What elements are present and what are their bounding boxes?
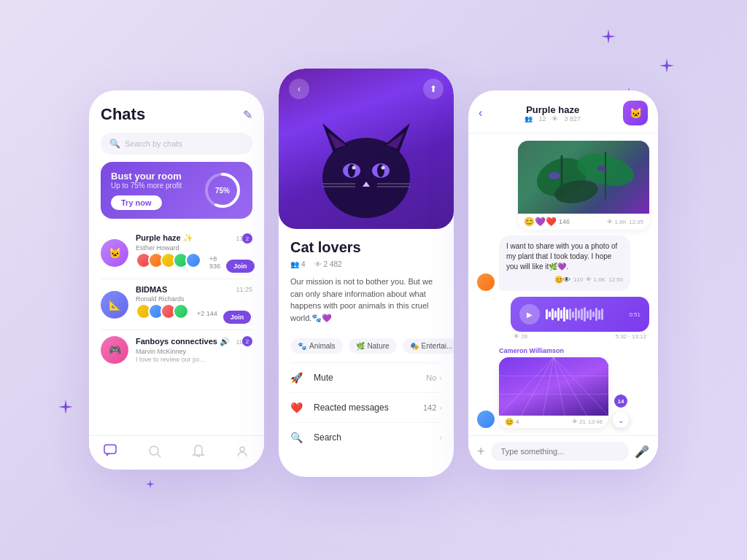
entertainment-icon: 🎭 [410, 342, 419, 350]
share-button[interactable]: ⬆ [423, 79, 444, 99]
members-stat: 👥 4 [290, 260, 306, 268]
nav-search-icon[interactable] [147, 443, 163, 459]
back-button[interactable]: ‹ [479, 106, 482, 120]
edit-icon[interactable]: ✎ [243, 108, 252, 122]
entertainment-label: Entertai... [422, 342, 453, 350]
chat-info-1: Purple haze ✨ 11:36 Esther Howard +8 936 [136, 233, 252, 273]
sender-avatar-1 [477, 273, 495, 291]
svg-rect-36 [499, 394, 608, 394]
svg-line-31 [543, 357, 554, 416]
phones-container: Chats ✎ 🔍 Search by chats Bust your room… [89, 83, 658, 477]
sparkle-decoration-3 [58, 400, 73, 414]
svg-line-30 [521, 357, 554, 416]
heart-icon: ❤️ [290, 402, 306, 413]
chat-time-2: 11:25 [236, 286, 252, 293]
search-menu-icon: 🔍 [290, 432, 306, 443]
phone-chats: Chats ✎ 🔍 Search by chats Bust your room… [89, 90, 264, 470]
search-arrow: › [439, 433, 442, 442]
unread-badge-3: 2 [242, 336, 252, 346]
tag-nature[interactable]: 🌿 Nature [349, 338, 397, 354]
views-1: 👁 1.6K [607, 219, 627, 225]
chat-info-3: Fanboys connectives 🔊 10:47 Marvin McKin… [136, 337, 252, 363]
mini-avatar [185, 252, 201, 268]
chat-item-fanboys[interactable]: 🎮 Fanboys connectives 🔊 10:47 Marvin McK… [101, 330, 252, 370]
mute-icon: 🚀 [290, 372, 306, 384]
wave-bar [601, 308, 603, 320]
chat-avatar-3: 🎮 [101, 336, 128, 364]
wave-bar [578, 310, 580, 319]
promo-subtitle: Up to 75% more profit [111, 182, 203, 190]
time-1: 12:35 [629, 219, 643, 225]
reacted-messages-menu-item[interactable]: ❤️ Reacted messages 142 › [290, 393, 442, 423]
nav-profile-icon[interactable] [234, 443, 250, 459]
mute-value: No [426, 373, 436, 382]
nav-chat-icon[interactable] [103, 443, 119, 459]
tag-entertainment[interactable]: 🎭 Entertai... [403, 338, 454, 354]
wave-bar [551, 308, 554, 320]
try-now-button[interactable]: Try now [111, 195, 162, 210]
svg-line-34 [554, 357, 608, 416]
svg-rect-2 [104, 445, 116, 454]
header-members: 12 [538, 115, 546, 122]
group-count-2: +2 144 [197, 310, 217, 317]
back-button[interactable]: ‹ [289, 79, 309, 99]
promo-text: Bust your room Up to 75% more profit Try… [111, 171, 203, 210]
join-button-2[interactable]: Join [223, 311, 252, 324]
chat-item-bidmas[interactable]: 📐 BIDMAS 11:25 Ronald Richards [101, 279, 252, 330]
join-button-1[interactable]: Join [226, 260, 255, 273]
wave-bar [587, 311, 589, 319]
subscribers-count: 2 482 [324, 260, 342, 268]
audio-duration: 0:51 [629, 311, 640, 318]
bottom-nav [89, 435, 264, 470]
text-message-1: I want to share with you a photo of my p… [499, 236, 630, 291]
wave-bar [546, 309, 548, 319]
text-msg-footer: 😊👁 110 👁 1.6K 12:50 [506, 275, 623, 285]
wave-bar [584, 307, 586, 322]
reacted-messages-label: Reacted messages [314, 402, 423, 413]
nav-bell-icon[interactable] [190, 443, 206, 459]
chat-sender-3: Marvin McKinney [136, 348, 252, 355]
channel-title: Cat lovers [290, 239, 442, 256]
channel-stats: 👥 4 👁 2 482 [290, 260, 442, 268]
svg-line-4 [158, 454, 161, 458]
chat-name-3: Fanboys connectives 🔊 [136, 337, 230, 346]
audio-waveform [546, 307, 623, 322]
add-attachment-icon[interactable]: + [477, 444, 485, 459]
text-message-container: I want to share with you a photo of my p… [477, 236, 649, 291]
chat-sender-1: Esther Howard [136, 244, 252, 252]
tag-animals[interactable]: 🐾 Animals [290, 338, 343, 354]
play-button[interactable]: ▶ [519, 304, 540, 324]
wave-bar [589, 309, 592, 320]
chat-item-purple-haze[interactable]: 🐱 Purple haze ✨ 11:36 Esther Howard [101, 228, 252, 279]
nature-label: Nature [368, 342, 390, 350]
search-menu-item[interactable]: 🔍 Search › [290, 423, 442, 452]
audio-message: ▶ [511, 297, 649, 332]
header-subscribers: 3 827 [564, 115, 581, 122]
wave-bar [595, 308, 597, 321]
chat-name-2: BIDMAS [136, 285, 167, 294]
search-bar[interactable]: 🔍 Search by chats [101, 133, 252, 155]
chat-name-1: Purple haze ✨ [136, 233, 193, 243]
audio-message-container: ▶ [511, 297, 649, 341]
mic-icon[interactable]: 🎤 [635, 445, 649, 459]
mute-menu-item[interactable]: 🚀 Mute No › [290, 363, 442, 393]
header-stats: 👥 12 👁 3 827 [488, 115, 617, 122]
svg-point-28 [597, 166, 607, 171]
messages-area: 😊💜❤️ 146 👁 1.6K 12:35 I want to s [468, 133, 658, 470]
wave-bar [581, 308, 583, 320]
scroll-down-button[interactable]: ⌄ [613, 412, 629, 428]
nature-icon: 🌿 [356, 342, 365, 350]
promo-card: Bust your room Up to 75% more profit Try… [101, 162, 252, 219]
group-count-1: +8 936 [209, 255, 220, 270]
chat-list: 🐱 Purple haze ✨ 11:36 Esther Howard [89, 228, 264, 370]
wave-bar [560, 310, 562, 319]
chat-avatar-2: 📐 [101, 291, 128, 319]
header-channel-name: Purple haze [488, 104, 617, 115]
svg-point-27 [549, 172, 560, 179]
wave-bar [557, 308, 560, 321]
message-input[interactable] [491, 442, 629, 461]
audio-footer: 👁 28 5:32 · 13:12 [511, 332, 649, 341]
wave-bar [566, 309, 568, 319]
reacted-arrow: › [439, 403, 442, 412]
subscribers-icon: 👁 [314, 260, 322, 268]
